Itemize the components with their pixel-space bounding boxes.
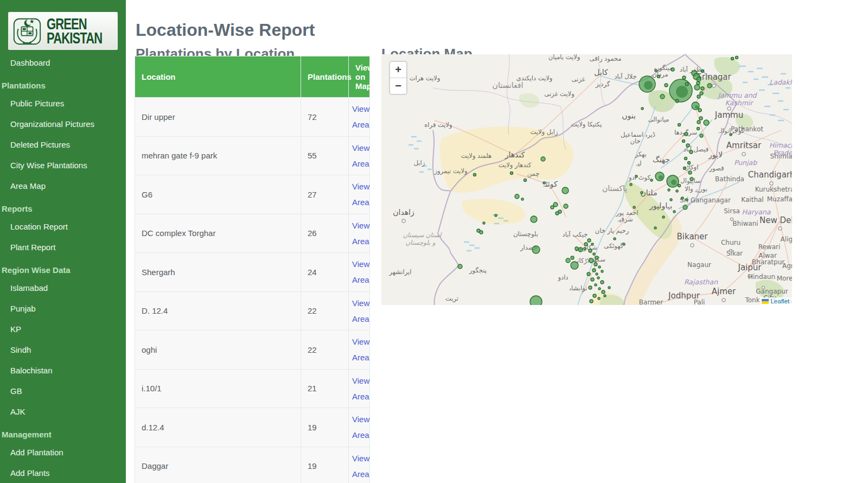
plantation-marker[interactable] xyxy=(584,243,588,246)
plantation-marker[interactable] xyxy=(675,99,679,103)
plantation-marker[interactable] xyxy=(701,70,704,73)
plantation-marker[interactable] xyxy=(694,85,700,90)
plantation-marker[interactable] xyxy=(575,247,578,250)
plantation-marker[interactable] xyxy=(584,247,586,250)
plantation-marker[interactable] xyxy=(531,216,537,223)
plantation-marker[interactable] xyxy=(601,270,603,272)
plantation-marker[interactable] xyxy=(682,76,686,79)
plantation-marker[interactable] xyxy=(571,262,578,269)
plantation-marker[interactable] xyxy=(686,199,688,201)
plantation-marker[interactable] xyxy=(707,84,712,88)
zoom-in-button[interactable]: + xyxy=(390,62,406,78)
plantation-marker[interactable] xyxy=(641,107,643,110)
plantation-marker[interactable] xyxy=(590,300,593,303)
plantation-marker[interactable] xyxy=(571,256,574,259)
view-area-link[interactable]: View Area xyxy=(352,140,369,172)
sidebar-item[interactable]: Plant Report xyxy=(0,237,126,258)
plantation-marker[interactable] xyxy=(589,249,592,252)
plantation-marker[interactable] xyxy=(698,109,701,112)
plantation-marker[interactable] xyxy=(595,256,598,259)
plantation-marker[interactable] xyxy=(686,144,690,147)
plantation-marker[interactable] xyxy=(551,206,554,209)
plantation-marker[interactable] xyxy=(562,187,569,194)
plantation-marker[interactable] xyxy=(483,222,485,224)
plantation-marker[interactable] xyxy=(587,272,590,276)
plantation-marker[interactable] xyxy=(601,281,604,284)
brand-logo[interactable]: GREEN PAKISTAN xyxy=(8,12,118,50)
plantation-marker[interactable] xyxy=(530,296,542,305)
view-area-link[interactable]: View Area xyxy=(352,334,369,366)
plantation-marker[interactable] xyxy=(688,162,691,164)
plantation-marker[interactable] xyxy=(591,278,594,281)
plantation-marker[interactable] xyxy=(697,120,700,124)
view-area-link[interactable]: View Area xyxy=(352,450,369,482)
plantation-marker[interactable] xyxy=(598,266,601,268)
plantation-marker[interactable] xyxy=(593,294,596,297)
plantation-marker[interactable] xyxy=(602,290,605,294)
sidebar-item[interactable]: GB xyxy=(0,381,126,402)
plantation-marker[interactable] xyxy=(595,284,597,286)
plantation-marker[interactable] xyxy=(598,297,600,300)
plantation-marker[interactable] xyxy=(736,56,738,59)
plantation-marker[interactable] xyxy=(676,190,678,192)
plantation-marker[interactable] xyxy=(524,179,527,182)
plantation-marker[interactable] xyxy=(458,264,462,269)
plantation-marker[interactable] xyxy=(594,263,597,266)
plantation-marker[interactable] xyxy=(635,175,637,177)
plantation-marker[interactable] xyxy=(668,189,670,191)
plantation-marker[interactable] xyxy=(699,117,703,120)
plantation-marker[interactable] xyxy=(654,227,656,229)
plantation-marker[interactable] xyxy=(592,269,596,272)
plantation-marker[interactable] xyxy=(697,81,700,85)
sidebar-item[interactable]: Islamabad xyxy=(0,278,126,298)
plantation-marker[interactable] xyxy=(690,177,693,181)
sidebar-item[interactable]: AJK xyxy=(0,402,126,422)
plantation-marker[interactable] xyxy=(556,212,559,215)
view-area-link[interactable]: View Area xyxy=(352,411,369,443)
plantation-marker[interactable] xyxy=(685,82,688,86)
leaflet-attribution-link[interactable]: Leaflet xyxy=(770,298,789,304)
plantation-marker[interactable] xyxy=(495,214,497,217)
plantation-marker[interactable] xyxy=(690,150,693,154)
plantation-marker[interactable] xyxy=(591,243,593,245)
plantation-marker[interactable] xyxy=(704,120,709,125)
view-area-link[interactable]: View Area xyxy=(352,295,369,327)
plantation-marker[interactable] xyxy=(593,253,595,255)
plantation-marker[interactable] xyxy=(633,206,635,208)
plantation-marker[interactable] xyxy=(566,258,570,263)
plantation-marker[interactable] xyxy=(641,192,643,194)
plantation-marker[interactable] xyxy=(614,238,616,240)
plantation-marker[interactable] xyxy=(670,199,672,201)
plantation-marker[interactable] xyxy=(671,68,674,71)
view-area-link[interactable]: View Area xyxy=(352,179,369,211)
plantation-marker[interactable] xyxy=(474,174,476,176)
plantation-marker[interactable] xyxy=(596,273,598,275)
plantation-marker[interactable] xyxy=(521,198,524,200)
plantation-marker[interactable] xyxy=(682,140,685,143)
plantation-marker[interactable] xyxy=(553,202,558,207)
plantation-marker[interactable] xyxy=(685,157,687,160)
plantation-marker[interactable] xyxy=(681,197,684,199)
plantation-marker[interactable] xyxy=(623,243,625,245)
plantation-marker[interactable] xyxy=(684,167,686,170)
view-area-link[interactable]: View Area xyxy=(352,256,369,288)
plantation-marker[interactable] xyxy=(650,179,653,181)
plantation-marker[interactable] xyxy=(655,69,657,72)
zoom-out-button[interactable]: − xyxy=(390,78,406,94)
sidebar-item[interactable]: Punjab xyxy=(0,298,126,319)
sidebar-item[interactable]: City Wise Plantations xyxy=(0,155,126,176)
plantation-marker[interactable] xyxy=(598,288,601,290)
plantation-marker[interactable] xyxy=(510,172,513,175)
plantation-marker[interactable] xyxy=(683,205,687,209)
plantation-marker[interactable] xyxy=(480,231,483,234)
plantation-marker[interactable] xyxy=(665,84,668,87)
plantation-marker[interactable] xyxy=(730,134,732,136)
plantation-marker[interactable] xyxy=(673,211,675,213)
plantation-marker[interactable] xyxy=(731,58,734,60)
plantation-marker[interactable] xyxy=(564,204,568,208)
view-area-link[interactable]: View Area xyxy=(352,101,369,133)
sidebar-item[interactable]: Area Map xyxy=(0,176,126,196)
plantation-marker[interactable] xyxy=(515,194,519,199)
plantation-marker[interactable] xyxy=(608,287,610,289)
plantation-marker[interactable] xyxy=(678,185,681,187)
